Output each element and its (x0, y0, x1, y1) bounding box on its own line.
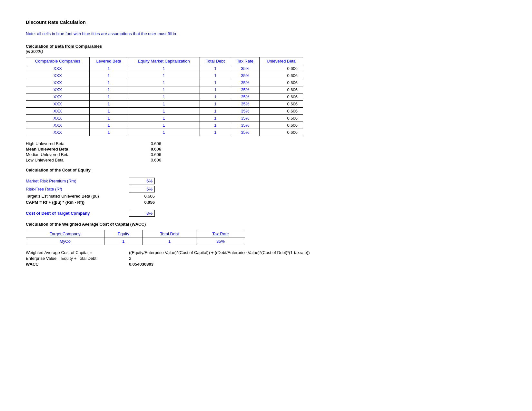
wacc-col-company: Target Company (26, 230, 104, 238)
wacc-formula: ((Equity/Enterprise Value)*(Cost of Capi… (129, 250, 310, 255)
formula-section: Weighted Average Cost of Capital = ((Equ… (26, 250, 506, 267)
tax-rate-cell: 35% (231, 108, 259, 115)
company-cell: XXX (26, 101, 90, 108)
equity-cap-cell: 1 (128, 108, 200, 115)
unlevered-beta-cell: 0.606 (260, 93, 303, 101)
unlevered-beta-cell: 0.606 (260, 65, 303, 72)
levered-beta-cell: 1 (89, 65, 128, 72)
risk-free-input[interactable]: 5% (129, 186, 155, 192)
wacc-result-value: 0.054030303 (129, 262, 153, 267)
levered-beta-cell: 1 (89, 129, 128, 136)
levered-beta-cell: 1 (89, 115, 128, 122)
company-cell: XXX (26, 115, 90, 122)
target-beta-value: 0.606 (129, 194, 155, 199)
total-debt-cell: 1 (200, 72, 231, 79)
tax-rate-cell: 35% (231, 115, 259, 122)
cost-equity-section: Market Risk Premium (Rm) 6% Risk-Free Ra… (26, 178, 506, 205)
risk-free-label: Risk-Free Rate (Rf) (26, 187, 129, 191)
wacc-col-taxrate: Tax Rate (196, 230, 245, 238)
table-row: XXX 1 1 1 35% 0.606 (26, 122, 303, 129)
total-debt-cell: 1 (200, 79, 231, 86)
note-text: Note: all cells in blue font with blue t… (26, 31, 506, 36)
total-debt-cell: 1 (200, 86, 231, 93)
company-cell: XXX (26, 108, 90, 115)
table-row: XXX 1 1 1 35% 0.606 (26, 86, 303, 93)
total-debt-cell: 1 (200, 101, 231, 108)
unlevered-beta-cell: 0.606 (260, 108, 303, 115)
wacc-formula-label: Weighted Average Cost of Capital = (26, 250, 129, 255)
wacc-taxrate-cell: 35% (196, 238, 245, 245)
table-row: XXX 1 1 1 35% 0.606 (26, 101, 303, 108)
tax-rate-cell: 35% (231, 122, 259, 129)
total-debt-cell: 1 (200, 115, 231, 122)
equity-cap-cell: 1 (128, 115, 200, 122)
table-row: XXX 1 1 1 35% 0.606 (26, 72, 303, 79)
market-risk-label: Market Risk Premium (Rm) (26, 179, 129, 183)
levered-beta-cell: 1 (89, 108, 128, 115)
wacc-company-cell: MyCo (26, 238, 104, 245)
stats-section: High Unlevered Beta 0.606 Mean Unlevered… (26, 141, 506, 162)
company-cell: XXX (26, 129, 90, 136)
equity-cap-cell: 1 (128, 93, 200, 101)
median-beta-value: 0.606 (129, 152, 161, 157)
wacc-table-row: MyCo 1 1 35% (26, 238, 245, 245)
levered-beta-cell: 1 (89, 101, 128, 108)
tax-rate-cell: 35% (231, 86, 259, 93)
target-beta-label: Target's Estimated Unlevered Beta (βu) (26, 194, 129, 199)
cost-equity-title: Calculation of the Cost of Equity (26, 168, 506, 172)
levered-beta-cell: 1 (89, 72, 128, 79)
low-beta-value: 0.606 (129, 158, 161, 162)
col-header-total-debt: Total Debt (200, 57, 231, 65)
total-debt-cell: 1 (200, 122, 231, 129)
ev-label: Enterprise Value = Equity + Total Debt (26, 256, 129, 261)
market-risk-input[interactable]: 6% (129, 178, 155, 184)
levered-beta-cell: 1 (89, 122, 128, 129)
company-cell: XXX (26, 122, 90, 129)
company-cell: XXX (26, 93, 90, 101)
total-debt-cell: 1 (200, 108, 231, 115)
col-header-company: Comparable Companies (26, 57, 90, 65)
equity-cap-cell: 1 (128, 65, 200, 72)
table-row: XXX 1 1 1 35% 0.606 (26, 129, 303, 136)
unlevered-beta-cell: 0.606 (260, 129, 303, 136)
comparables-table: Comparable Companies Levered Beta Equity… (26, 57, 303, 136)
unlevered-beta-cell: 0.606 (260, 72, 303, 79)
table-row: XXX 1 1 1 35% 0.606 (26, 115, 303, 122)
tax-rate-cell: 35% (231, 101, 259, 108)
table-row: XXX 1 1 1 35% 0.606 (26, 93, 303, 101)
company-cell: XXX (26, 65, 90, 72)
cost-debt-label: Cost of Debt of Target Company (26, 211, 129, 216)
page-title: Discount Rate Calculation (26, 19, 506, 25)
capm-label: CAPM = Rf + ((βu) * (Rm - Rf)) (26, 200, 129, 205)
table-row: XXX 1 1 1 35% 0.606 (26, 79, 303, 86)
ev-value: 2 (129, 256, 131, 261)
unlevered-beta-cell: 0.606 (260, 122, 303, 129)
levered-beta-cell: 1 (89, 93, 128, 101)
total-debt-cell: 1 (200, 65, 231, 72)
company-cell: XXX (26, 86, 90, 93)
wacc-equity-cell: 1 (104, 238, 143, 245)
beta-subtitle: (in $000s) (26, 49, 506, 54)
beta-section-title: Calculation of Beta from Comparables (26, 44, 506, 49)
tax-rate-cell: 35% (231, 65, 259, 72)
cost-debt-input[interactable]: 8% (129, 210, 155, 217)
unlevered-beta-cell: 0.606 (260, 86, 303, 93)
wacc-result-label: WACC (26, 262, 129, 267)
mean-beta-label: Mean Unlevered Beta (26, 147, 129, 152)
high-beta-value: 0.606 (129, 141, 161, 146)
equity-cap-cell: 1 (128, 79, 200, 86)
wacc-debt-cell: 1 (143, 238, 196, 245)
col-header-equity-market-cap: Equity Market Capitalization (128, 57, 200, 65)
tax-rate-cell: 35% (231, 129, 259, 136)
tax-rate-cell: 35% (231, 72, 259, 79)
capm-value: 0.056 (129, 200, 155, 205)
levered-beta-cell: 1 (89, 79, 128, 86)
low-beta-label: Low Unlevered Beta (26, 158, 129, 162)
col-header-unlevered-beta: Unlevered Beta (260, 57, 303, 65)
equity-cap-cell: 1 (128, 101, 200, 108)
equity-cap-cell: 1 (128, 122, 200, 129)
total-debt-cell: 1 (200, 93, 231, 101)
company-cell: XXX (26, 79, 90, 86)
tax-rate-cell: 35% (231, 93, 259, 101)
col-header-tax-rate: Tax Rate (231, 57, 259, 65)
